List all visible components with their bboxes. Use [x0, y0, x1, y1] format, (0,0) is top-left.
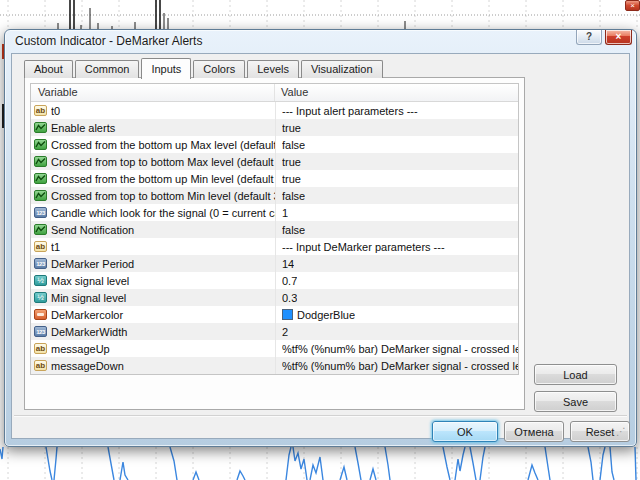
parameters-table: Variable Value abt0--- Input alert param…: [30, 83, 519, 375]
background-chart-bottom: [0, 447, 640, 480]
param-value[interactable]: 2: [275, 323, 518, 340]
load-button[interactable]: Load: [534, 364, 617, 385]
inputs-tab-page: Variable Value abt0--- Input alert param…: [24, 77, 525, 410]
param-name: Candle which look for the signal (0 = cu…: [51, 207, 275, 219]
column-header-variable[interactable]: Variable: [31, 84, 275, 101]
param-row[interactable]: abt0--- Input alert parameters ---: [31, 102, 518, 119]
screen: × Custom Indicator - DeMarker Alerts ? ×…: [0, 0, 640, 480]
param-name: messageDown: [51, 360, 275, 372]
param-value[interactable]: --- Input DeMarker parameters ---: [275, 238, 518, 255]
cancel-button[interactable]: Отмена: [504, 421, 564, 442]
bool-type-icon: [34, 173, 47, 184]
tab-visualization[interactable]: Visualization: [301, 60, 383, 78]
bool-type-icon: [34, 224, 47, 235]
int-type-icon: 123: [34, 207, 47, 218]
param-row[interactable]: ½Min signal level0.3: [31, 289, 518, 306]
param-name: DeMarkerWidth: [51, 326, 275, 338]
param-value[interactable]: false: [275, 136, 518, 153]
param-value-text: 0.7: [282, 275, 297, 287]
param-name: messageUp: [51, 343, 275, 355]
param-name: t1: [51, 241, 275, 253]
tab-inputs[interactable]: Inputs: [141, 58, 191, 79]
param-row[interactable]: ½Max signal level0.7: [31, 272, 518, 289]
param-value-text: 2: [282, 326, 288, 338]
param-row[interactable]: abmessageUp%tf% (%num% bar) DeMarker sig…: [31, 340, 518, 357]
param-value[interactable]: DodgerBlue: [275, 306, 518, 323]
param-row[interactable]: Crossed from the bottom up Min level (de…: [31, 170, 518, 187]
param-value-text: DodgerBlue: [297, 309, 355, 321]
table-rows: abt0--- Input alert parameters ---Enable…: [31, 102, 518, 374]
color-type-icon: [34, 309, 47, 320]
param-value[interactable]: false: [275, 187, 518, 204]
param-value-text: false: [282, 190, 305, 202]
param-row[interactable]: Send Notificationfalse: [31, 221, 518, 238]
color-swatch: [282, 309, 293, 320]
param-row[interactable]: DeMarkercolorDodgerBlue: [31, 306, 518, 323]
column-header-value[interactable]: Value: [275, 84, 518, 101]
bool-type-icon: [34, 139, 47, 150]
button-separator: [14, 415, 627, 417]
param-row[interactable]: Crossed from top to bottom Max level (de…: [31, 153, 518, 170]
text-type-icon: ab: [34, 105, 47, 116]
param-value[interactable]: 0.3: [275, 289, 518, 306]
param-value[interactable]: 14: [275, 255, 518, 272]
param-value[interactable]: true: [275, 170, 518, 187]
chart-close-button[interactable]: ×: [625, 0, 640, 11]
param-name: Crossed from the bottom up Max level (de…: [51, 139, 275, 151]
param-row[interactable]: Enable alertstrue: [31, 119, 518, 136]
int-type-icon: 123: [34, 326, 47, 337]
bool-type-icon: [34, 122, 47, 133]
table-header: Variable Value: [31, 84, 518, 102]
param-value[interactable]: %tf% (%num% bar) DeMarker signal - cross…: [275, 340, 518, 357]
param-value[interactable]: true: [275, 119, 518, 136]
param-value[interactable]: --- Input alert parameters ---: [275, 102, 518, 119]
param-row[interactable]: 123DeMarkerWidth2: [31, 323, 518, 340]
tab-colors[interactable]: Colors: [193, 60, 245, 78]
param-value-text: --- Input DeMarker parameters ---: [282, 241, 445, 253]
help-button[interactable]: ?: [576, 30, 602, 45]
dialog-title: Custom Indicator - DeMarker Alerts: [15, 34, 202, 48]
param-value[interactable]: true: [275, 153, 518, 170]
param-value-text: true: [282, 173, 301, 185]
param-row[interactable]: 123DeMarker Period14: [31, 255, 518, 272]
save-button[interactable]: Save: [534, 391, 617, 412]
param-name: Max signal level: [51, 275, 275, 287]
tab-about[interactable]: About: [24, 60, 73, 78]
close-button[interactable]: ×: [605, 30, 632, 45]
text-type-icon: ab: [34, 343, 47, 354]
param-value-text: %tf% (%num% bar) DeMarker signal - cross…: [282, 343, 518, 355]
int-type-icon: 123: [34, 258, 47, 269]
dialog-client-area: AboutCommonInputsColorsLevelsVisualizati…: [11, 53, 630, 439]
text-type-icon: ab: [34, 241, 47, 252]
title-bar[interactable]: Custom Indicator - DeMarker Alerts ? ×: [5, 30, 636, 53]
param-row[interactable]: Crossed from top to bottom Min level (de…: [31, 187, 518, 204]
param-value-text: 1: [282, 207, 288, 219]
param-row[interactable]: Crossed from the bottom up Max level (de…: [31, 136, 518, 153]
param-value-text: true: [282, 122, 301, 134]
param-name: DeMarker Period: [51, 258, 275, 270]
background-chart-top: [0, 0, 640, 29]
tab-bar: AboutCommonInputsColorsLevelsVisualizati…: [24, 57, 385, 78]
param-row[interactable]: 123Candle which look for the signal (0 =…: [31, 204, 518, 221]
param-value[interactable]: 1: [275, 204, 518, 221]
resize-grip[interactable]: ⋰: [616, 427, 626, 437]
param-value[interactable]: %tf% (%num% bar) DeMarker signal - cross…: [275, 357, 518, 374]
param-value-text: --- Input alert parameters ---: [282, 105, 418, 117]
tab-common[interactable]: Common: [75, 60, 140, 78]
param-value-text: %tf% (%num% bar) DeMarker signal - cross…: [282, 360, 518, 372]
param-name: Crossed from top to bottom Max level (de…: [51, 156, 275, 168]
param-value[interactable]: 0.7: [275, 272, 518, 289]
double-type-icon: ½: [34, 292, 47, 303]
param-value-text: true: [282, 156, 301, 168]
param-value-text: 14: [282, 258, 294, 270]
param-value-text: false: [282, 139, 305, 151]
param-name: t0: [51, 105, 275, 117]
custom-indicator-dialog: Custom Indicator - DeMarker Alerts ? × A…: [4, 29, 637, 447]
param-value[interactable]: false: [275, 221, 518, 238]
bool-type-icon: [34, 156, 47, 167]
param-row[interactable]: abt1--- Input DeMarker parameters ---: [31, 238, 518, 255]
bool-type-icon: [34, 190, 47, 201]
ok-button[interactable]: OK: [432, 421, 498, 442]
tab-levels[interactable]: Levels: [247, 60, 299, 78]
param-row[interactable]: abmessageDown%tf% (%num% bar) DeMarker s…: [31, 357, 518, 374]
